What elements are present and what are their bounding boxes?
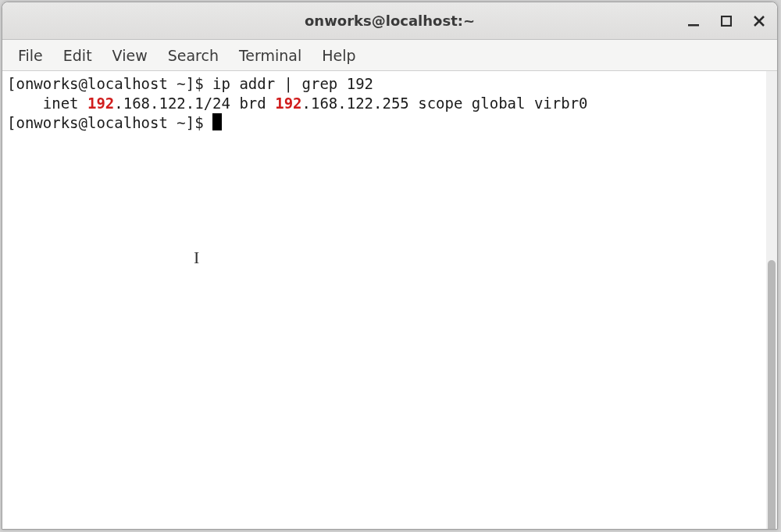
menu-help[interactable]: Help [312,42,365,69]
minimize-button[interactable] [683,11,704,31]
prompt-1: [onworks@localhost ~]$ [7,75,212,92]
vertical-scrollbar[interactable] [766,71,777,529]
svg-rect-0 [688,24,699,27]
grep-match-2: 192 [275,95,301,112]
window-title: onworks@localhost:~ [305,12,475,29]
terminal-cursor [212,113,222,130]
grep-match-1: 192 [87,95,114,112]
svg-rect-1 [722,16,731,26]
output-pre: inet [7,95,87,112]
menu-view[interactable]: View [103,42,157,69]
command-1: ip addr | grep 192 [212,75,373,92]
maximize-button[interactable] [716,11,736,31]
terminal-window: onworks@localhost:~ File Edit View Searc… [2,2,778,530]
terminal-body-wrap: [onworks@localhost ~]$ ip addr | grep 19… [2,71,777,529]
output-seg1: .168.122.1/24 brd [114,95,275,112]
titlebar[interactable]: onworks@localhost:~ [2,2,777,40]
menu-file[interactable]: File [9,42,52,69]
close-button[interactable] [749,11,769,31]
mouse-ibeam-cursor-icon: I [194,248,199,267]
scrollbar-thumb[interactable] [768,260,776,530]
maximize-icon [721,16,732,27]
menu-search[interactable]: Search [159,42,228,69]
close-icon [753,15,765,27]
menu-terminal[interactable]: Terminal [230,42,311,69]
output-seg2: .168.122.255 scope global virbr0 [302,95,588,112]
minimize-icon [687,15,700,27]
menubar: File Edit View Search Terminal Help [2,40,777,71]
menu-edit[interactable]: Edit [54,42,102,69]
window-controls [683,11,769,31]
terminal-body[interactable]: [onworks@localhost ~]$ ip addr | grep 19… [2,71,766,529]
prompt-2: [onworks@localhost ~]$ [7,114,212,131]
